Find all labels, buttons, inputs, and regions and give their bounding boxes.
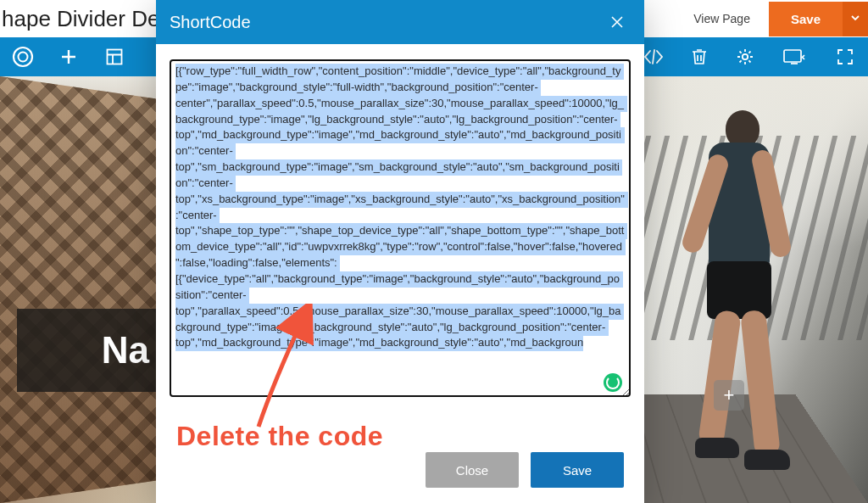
layout-icon bbox=[105, 48, 124, 66]
devices-button[interactable] bbox=[776, 42, 814, 71]
annotation-text: Delete the code bbox=[176, 421, 383, 452]
modal-body bbox=[156, 44, 644, 440]
hero-overlay-box: Na bbox=[17, 309, 161, 392]
save-button-group: Save bbox=[769, 2, 868, 36]
modal-header: ShortCode bbox=[156, 0, 644, 44]
trash-icon bbox=[691, 48, 708, 66]
modal-save-button[interactable]: Save bbox=[531, 452, 624, 488]
settings-button[interactable] bbox=[731, 42, 760, 71]
shortcode-textarea[interactable] bbox=[170, 59, 631, 397]
save-page-button[interactable]: Save bbox=[769, 2, 843, 36]
top-actions: View Page Save bbox=[678, 2, 868, 36]
toolbar-left bbox=[8, 42, 129, 71]
chevron-down-icon bbox=[851, 14, 860, 22]
svg-rect-2 bbox=[108, 50, 122, 64]
svg-point-0 bbox=[14, 48, 32, 66]
plus-icon bbox=[59, 48, 78, 66]
svg-point-1 bbox=[19, 53, 28, 62]
hero-overlay-text: Na bbox=[102, 329, 161, 372]
layout-button[interactable] bbox=[100, 42, 129, 71]
plus-icon: + bbox=[724, 384, 735, 406]
modal-close-button[interactable] bbox=[604, 8, 631, 36]
circle-logo-icon[interactable] bbox=[8, 42, 37, 71]
modal-title: ShortCode bbox=[170, 13, 251, 32]
trash-button[interactable] bbox=[685, 42, 714, 71]
add-element-button[interactable] bbox=[54, 42, 83, 71]
devices-icon bbox=[782, 48, 808, 66]
fullscreen-button[interactable] bbox=[831, 42, 860, 71]
grammarly-icon[interactable] bbox=[604, 373, 622, 392]
svg-rect-4 bbox=[784, 50, 801, 62]
close-icon bbox=[609, 14, 626, 31]
code-icon bbox=[643, 49, 664, 64]
modal-close-footer-button[interactable]: Close bbox=[426, 452, 519, 488]
toolbar-right bbox=[639, 42, 860, 71]
page-title: hape Divider De bbox=[0, 6, 159, 32]
save-dropdown-button[interactable] bbox=[843, 2, 868, 36]
svg-point-3 bbox=[743, 54, 748, 59]
view-page-link[interactable]: View Page bbox=[678, 3, 765, 34]
add-column-button[interactable]: + bbox=[714, 380, 744, 411]
runner-illustration bbox=[673, 110, 800, 475]
gear-icon bbox=[736, 48, 754, 66]
fullscreen-icon bbox=[836, 48, 854, 66]
